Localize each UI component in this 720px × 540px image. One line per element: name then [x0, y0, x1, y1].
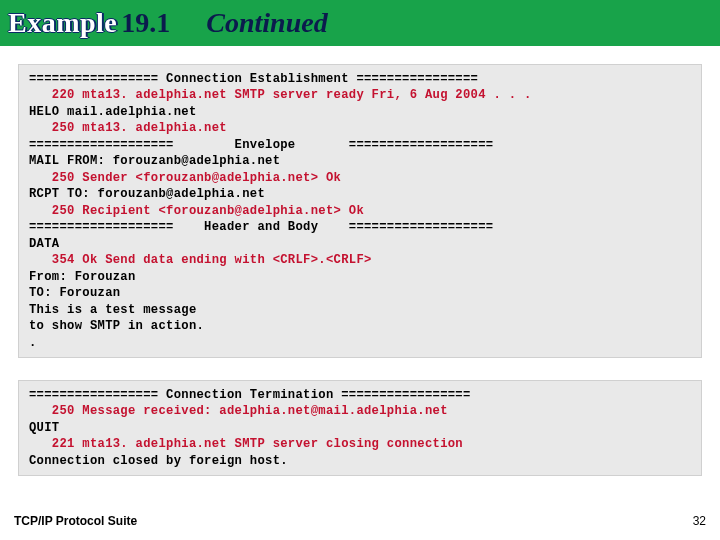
- term-line: 250 Message received: adelphia.net@mail.…: [29, 403, 691, 419]
- term-line: .: [29, 335, 691, 351]
- term-line: 250 mta13. adelphia.net: [29, 120, 691, 136]
- page-number: 32: [693, 514, 706, 528]
- term-line: =================== Envelope ===========…: [29, 137, 691, 153]
- title-bar: Example 19.1 Continued: [0, 0, 720, 46]
- term-line: Connection closed by foreign host.: [29, 453, 691, 469]
- title-continued: Continued: [206, 7, 327, 39]
- spacer: [0, 358, 720, 380]
- term-line: ================= Connection Establishme…: [29, 71, 691, 87]
- term-line: =================== Header and Body ====…: [29, 219, 691, 235]
- term-line: to show SMTP in action.: [29, 318, 691, 334]
- term-line: ================= Connection Termination…: [29, 387, 691, 403]
- term-line: 354 Ok Send data ending with <CRLF>.<CRL…: [29, 252, 691, 268]
- term-line: 221 mta13. adelphia.net SMTP server clos…: [29, 436, 691, 452]
- slide: Example 19.1 Continued =================…: [0, 0, 720, 540]
- term-line: From: Forouzan: [29, 269, 691, 285]
- term-line: QUIT: [29, 420, 691, 436]
- term-line: HELO mail.adelphia.net: [29, 104, 691, 120]
- title-number: 19.1: [121, 7, 170, 39]
- term-line: 220 mta13. adelphia.net SMTP server read…: [29, 87, 691, 103]
- title-example: Example: [8, 7, 117, 39]
- term-line: This is a test message: [29, 302, 691, 318]
- term-line: RCPT TO: forouzanb@adelphia.net: [29, 186, 691, 202]
- footer-title: TCP/IP Protocol Suite: [14, 514, 137, 528]
- term-line: MAIL FROM: forouzanb@adelphia.net: [29, 153, 691, 169]
- footer: TCP/IP Protocol Suite 32: [14, 514, 706, 528]
- term-line: 250 Sender <forouzanb@adelphia.net> Ok: [29, 170, 691, 186]
- term-line: TO: Forouzan: [29, 285, 691, 301]
- terminal-block-1: ================= Connection Establishme…: [18, 64, 702, 358]
- term-line: DATA: [29, 236, 691, 252]
- term-line: 250 Recipient <forouzanb@adelphia.net> O…: [29, 203, 691, 219]
- terminal-block-2: ================= Connection Termination…: [18, 380, 702, 476]
